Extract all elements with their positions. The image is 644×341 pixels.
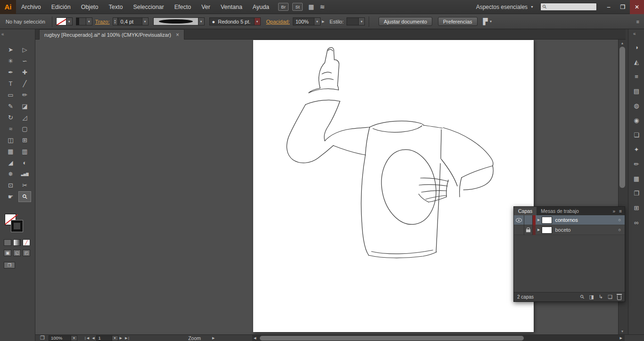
visibility-toggle[interactable] <box>514 215 524 225</box>
opacity-field[interactable]: 100% <box>293 17 314 25</box>
layer-name[interactable]: contornos <box>555 217 618 223</box>
app-logo[interactable]: Ai <box>0 0 16 14</box>
align-dropdown-icon[interactable]: ▼ <box>489 20 493 23</box>
opacity-link[interactable]: Opacidad: <box>266 19 290 24</box>
pencil-tool[interactable]: ✎ <box>4 101 17 112</box>
preferences-button[interactable]: Preferencias <box>438 17 478 26</box>
links-panel-icon[interactable]: ∞ <box>631 217 642 228</box>
next-artboard-icon[interactable]: ▶ <box>120 336 122 340</box>
screen-mode-button[interactable]: ❐ <box>4 262 15 268</box>
layers-panel-dock-icon[interactable]: ❐ <box>631 187 642 199</box>
tab-mesas-de-trabajo[interactable]: Mesas de trabajo <box>537 207 583 215</box>
color-guide-panel-icon[interactable]: ◭ <box>631 56 642 67</box>
gradient-panel-icon[interactable]: ▤ <box>631 85 642 97</box>
paintbrush-tool[interactable]: ✏ <box>18 89 31 100</box>
artboard-tool[interactable]: ⊡ <box>4 180 17 191</box>
stroke-weight-stepper[interactable]: ▲▼ <box>113 17 118 25</box>
direct-selection-tool[interactable]: ▷ <box>18 44 31 55</box>
width-profile-dropdown-icon[interactable]: ▼ <box>198 17 205 25</box>
pen-tool[interactable]: ✒ <box>4 67 17 78</box>
scroll-down-icon[interactable]: ▼ <box>619 328 626 334</box>
menu-edicion[interactable]: Edición <box>46 0 76 14</box>
locate-object-icon[interactable]: ⚲ <box>579 293 586 300</box>
menu-seleccionar[interactable]: Seleccionar <box>128 0 169 14</box>
menu-ver[interactable]: Ver <box>196 0 215 14</box>
minimize-button[interactable]: – <box>602 0 616 14</box>
document-tab[interactable]: rugbyy [Recuperado].ai* al 100% (CMYK/Pr… <box>39 29 184 40</box>
draw-normal-button[interactable]: ▣ <box>4 250 11 256</box>
status-expand-icon[interactable]: ▶ <box>212 336 215 340</box>
transparency-panel-icon[interactable]: ◍ <box>631 100 642 111</box>
expand-panels-icon[interactable]: « <box>633 31 636 36</box>
panel-menu-icon[interactable]: ≡ <box>619 209 622 214</box>
scroll-right-icon[interactable]: ▶ <box>620 336 622 340</box>
delete-layer-icon[interactable] <box>617 295 621 300</box>
collapse-panel-icon[interactable]: » <box>613 209 616 214</box>
disclosure-triangle-icon[interactable]: ▶ <box>537 218 540 222</box>
close-button[interactable]: ✕ <box>630 0 644 14</box>
mesh-tool[interactable]: ▦ <box>4 146 17 157</box>
vertical-scroll-thumb[interactable] <box>619 47 625 188</box>
layer-thumbnail[interactable] <box>542 217 552 224</box>
first-artboard-icon[interactable]: ❘◀ <box>84 336 89 340</box>
stroke-color-well[interactable] <box>11 220 23 232</box>
fill-dropdown-icon[interactable]: ▼ <box>66 17 73 25</box>
brush-definition[interactable]: ● Redondo 5 pt. <box>209 17 255 25</box>
collapse-toolbar-icon[interactable]: « <box>1 32 4 37</box>
column-graph-tool[interactable]: ▃▅▇ <box>18 169 31 179</box>
step-down-icon[interactable]: ▼ <box>113 22 117 24</box>
horizontal-scroll-thumb[interactable] <box>260 336 524 341</box>
slice-tool[interactable]: ✂ <box>18 180 31 191</box>
stroke-panel-icon[interactable]: ≡ <box>631 71 642 82</box>
stroke-weight-field[interactable]: 0,4 pt <box>118 17 142 25</box>
restore-button[interactable]: ❐ <box>616 0 630 14</box>
type-tool[interactable]: T <box>4 78 17 89</box>
perspective-grid-tool[interactable]: ⊞ <box>18 135 31 146</box>
cs-live-icon[interactable]: ≋ <box>320 3 325 10</box>
opacity-dropdown-icon[interactable]: ▼ <box>314 17 321 25</box>
none-button[interactable]: ╱ <box>23 239 30 246</box>
bridge-button[interactable]: Br <box>278 3 289 11</box>
last-artboard-icon[interactable]: ▶❘ <box>125 336 130 340</box>
color-panel-icon[interactable]: ◑ <box>631 41 642 53</box>
free-transform-tool[interactable]: ▢ <box>18 123 31 134</box>
gradient-button[interactable] <box>13 239 21 246</box>
scroll-up-icon[interactable]: ▲ <box>619 40 626 46</box>
color-button[interactable] <box>4 239 11 246</box>
close-tab-icon[interactable]: × <box>176 32 179 38</box>
previous-artboard-icon[interactable]: ◀ <box>92 336 94 340</box>
brush-dropdown-icon[interactable]: ▼ <box>255 17 261 25</box>
eyedropper-tool[interactable]: ◢ <box>4 157 17 168</box>
fit-document-button[interactable]: Ajustar documento <box>379 17 432 26</box>
stock-button[interactable]: St <box>292 3 303 11</box>
document-profile-icon[interactable]: ❐ <box>40 335 45 341</box>
lock-toggle[interactable] <box>524 215 533 225</box>
menu-texto[interactable]: Texto <box>104 0 128 14</box>
horizontal-scrollbar[interactable]: ◀ ▶ <box>252 335 625 341</box>
artboard-number-field[interactable]: 1 <box>96 335 112 341</box>
style-dropdown-icon[interactable]: ▼ <box>359 17 365 25</box>
arrange-documents-icon[interactable]: ▦ <box>308 3 314 10</box>
scale-tool[interactable]: ◿ <box>18 112 31 123</box>
rotate-tool[interactable]: ↻ <box>4 112 17 123</box>
stroke-panel-link[interactable]: Trazo: <box>95 19 110 24</box>
layer-name[interactable]: boceto <box>555 227 618 233</box>
zoom-dropdown-icon[interactable]: ▼ <box>71 335 77 341</box>
tab-capas[interactable]: Capas <box>514 207 537 215</box>
magic-wand-tool[interactable]: ✳ <box>4 56 17 66</box>
draw-behind-button[interactable]: ◱ <box>13 250 21 256</box>
target-circle-icon[interactable]: ○ <box>619 218 621 222</box>
artboards-panel-icon[interactable]: ⊞ <box>631 202 642 213</box>
add-anchor-point-tool[interactable]: ✚ <box>18 67 31 78</box>
graphic-styles-panel-icon[interactable]: ❏ <box>631 129 642 140</box>
menu-ayuda[interactable]: Ayuda <box>248 0 274 14</box>
opacity-flyout-icon[interactable]: ▶ <box>322 20 324 24</box>
menu-ventana[interactable]: Ventana <box>215 0 248 14</box>
layer-row-contornos[interactable]: ▶ contornos ○ <box>514 215 625 225</box>
lasso-tool[interactable]: ∽ <box>18 56 31 66</box>
menu-archivo[interactable]: Archivo <box>16 0 46 14</box>
fill-swatch[interactable] <box>56 17 66 25</box>
new-sublayer-icon[interactable]: ↳ <box>599 294 603 300</box>
menu-objeto[interactable]: Objeto <box>76 0 104 14</box>
gradient-tool[interactable]: ▥ <box>18 146 31 157</box>
